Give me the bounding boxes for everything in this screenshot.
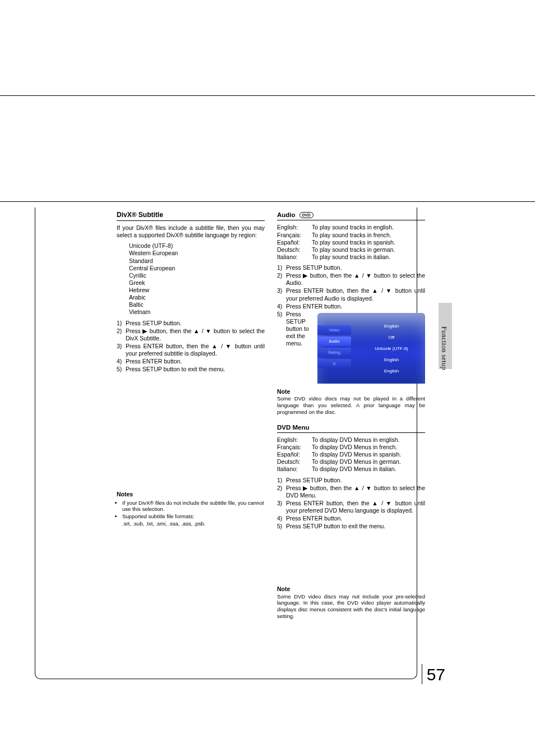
divx-intro: If your DivX® files include a subtitle f… <box>117 224 265 239</box>
side-caption: Function setup <box>440 326 448 370</box>
encoding-item: Standard <box>129 257 265 265</box>
lang-desc: To play sound tracks in english. <box>312 224 398 231</box>
encoding-item: Vietnam <box>129 308 265 316</box>
divx-notes: Notes If your DivX® files do not include… <box>117 491 265 527</box>
menu-value: English <box>363 354 419 366</box>
lang-desc: To display DVD Menus in english. <box>312 436 403 444</box>
audio-step3: Press ENTER button, then the ▲ / ▼ butto… <box>286 287 425 302</box>
encoding-item: Arabic <box>129 294 265 301</box>
menu-value: Off <box>363 332 419 343</box>
divx-step: Press SETUP button to exit the menu. <box>126 366 265 373</box>
dvd-step4: Press ENTER button. <box>286 515 425 522</box>
lang-name: Français: <box>277 444 312 451</box>
dvdmenu-note-heading: Note <box>277 586 425 593</box>
divx-step: Press ▶ button, then the ▲ / ▼ button to… <box>126 328 265 342</box>
left-column: DivX® Subtitle If your DivX® files inclu… <box>117 211 265 528</box>
audio-step2: Press ▶ button, then the ▲ / ▼ button to… <box>286 272 425 287</box>
dvd-step1: Press SETUP button. <box>286 477 425 484</box>
notes-heading: Notes <box>117 491 265 498</box>
dvd-badge-icon: DVD <box>299 212 313 218</box>
encoding-item: Baltic <box>129 301 265 308</box>
audio-step4: Press ENTER button. <box>286 303 425 310</box>
lang-desc: To play sound tracks in italian. <box>312 253 398 261</box>
note-item: If your DivX® files do not include the s… <box>122 500 265 513</box>
menu-values: EnglishOffUnicode (UTF-8)EnglishEnglish <box>363 321 419 377</box>
menu-tab: Audio <box>317 336 351 346</box>
divx-step: Press ENTER button, then the ▲ / ▼ butto… <box>126 343 265 357</box>
notes-list: If your DivX® files do not include the s… <box>122 500 265 528</box>
lang-name: Deutsch: <box>277 246 312 253</box>
menu-tab: Video <box>317 325 351 335</box>
note-item: Supported subtitle file formats: <box>122 513 265 520</box>
encoding-item: Greek <box>129 279 265 287</box>
audio-note: Some DVD video discs may not be played i… <box>277 395 425 416</box>
divx-heading-text: DivX® Subtitle <box>117 211 163 219</box>
dvdmenu-lang-table: English:To display DVD Menus in english.… <box>277 436 403 473</box>
page-number-rule <box>422 664 422 684</box>
encoding-item: Unicode (UTF-8) <box>129 242 265 250</box>
dvdmenu-heading: DVD Menu <box>277 423 425 433</box>
lang-name: Español: <box>277 239 312 246</box>
encoding-list: Unicode (UTF-8)Western EuropeanStandardC… <box>129 242 265 316</box>
lang-name: Français: <box>277 232 312 239</box>
menu-value: English <box>363 321 419 332</box>
lang-desc: To display DVD Menus in italian. <box>312 465 403 473</box>
lang-name: Italiano: <box>277 465 312 473</box>
lang-desc: To display DVD Menus in german. <box>312 458 403 465</box>
divx-step: Press ENTER button. <box>126 358 265 365</box>
audio-steps: 1)Press SETUP button. 2)Press ▶ button, … <box>277 264 425 384</box>
dvdmenu-steps: 1)Press SETUP button. 2)Press ▶ button, … <box>277 477 425 531</box>
dvd-step5: Press SETUP button to exit the menu. <box>286 523 425 530</box>
audio-heading-text: Audio <box>277 211 296 218</box>
lang-desc: To play sound tracks in french. <box>312 232 398 239</box>
menu-tab: 0 <box>317 359 351 368</box>
divx-heading: DivX® Subtitle <box>117 211 265 221</box>
page-number: 57 <box>427 665 445 684</box>
divx-steps: 1)Press SETUP button.2)Press ▶ button, t… <box>117 320 265 374</box>
menu-tab: Rating <box>317 348 351 357</box>
lang-name: English: <box>277 436 312 444</box>
lang-name: English: <box>277 224 312 231</box>
note-item: .srt, .sub, .txt, .smi, .ssa, .ass, .psb… <box>122 520 265 527</box>
lang-name: Deutsch: <box>277 458 312 465</box>
header-band <box>0 95 535 202</box>
audio-lang-table: English:To play sound tracks in english.… <box>277 224 398 261</box>
encoding-item: Cyrillic <box>129 272 265 279</box>
dvd-step3: Press ENTER button, then the ▲ / ▼ butto… <box>286 500 425 514</box>
setup-menu-screenshot: VideoAudioRating0 EnglishOffUnicode (UTF… <box>317 313 425 384</box>
lang-desc: To play sound tracks in german. <box>312 246 398 253</box>
audio-heading: Audio DVD <box>277 211 425 220</box>
dvdmenu-note: Some DVD video discs may not include you… <box>277 593 425 620</box>
encoding-item: Hebrew <box>129 287 265 294</box>
encoding-item: Central European <box>129 265 265 272</box>
lang-desc: To display DVD Menus in french. <box>312 444 403 451</box>
lang-desc: To play sound tracks in spanish. <box>312 239 398 246</box>
lang-name: Italiano: <box>277 253 312 261</box>
lang-desc: To display DVD Menus in spanish. <box>312 451 403 458</box>
menu-value: Unicode (UTF-8) <box>363 343 419 354</box>
audio-note-heading: Note <box>277 388 425 395</box>
menu-tabs: VideoAudioRating0 <box>317 325 351 370</box>
menu-value: English <box>363 366 419 377</box>
audio-step5: Press SETUP button to exit the menu. <box>286 311 317 348</box>
dvd-step2: Press ▶ button, then the ▲ / ▼ button to… <box>286 485 425 499</box>
right-column: Audio DVD English:To play sound tracks i… <box>277 211 425 620</box>
divx-step: Press SETUP button. <box>126 320 265 327</box>
audio-step1: Press SETUP button. <box>286 264 425 271</box>
lang-name: Español: <box>277 451 312 458</box>
encoding-item: Western European <box>129 250 265 257</box>
